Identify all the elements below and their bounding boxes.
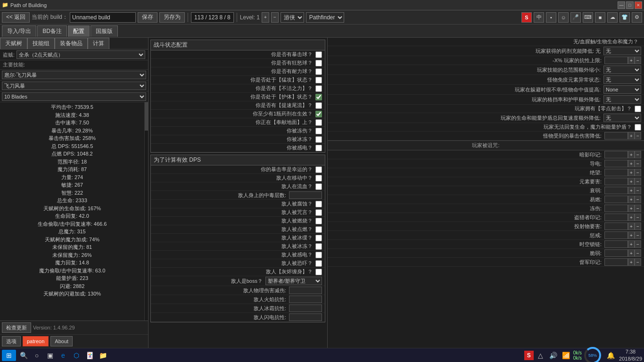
right-checkbox[interactable] [635,106,641,112]
taskbar-cortana[interactable]: ○ [31,350,42,361]
config-checkbox[interactable] [315,102,322,109]
debuff-input[interactable] [604,151,628,158]
icon7[interactable]: ☁ [607,12,618,23]
debuff-plus-btn[interactable]: + [628,196,635,203]
bd-backup-tab[interactable]: BD备注 [37,25,67,37]
taskbar-folder[interactable]: 📁 [97,350,108,361]
debuff-minus-btn[interactable]: − [635,151,641,158]
debuff-minus-btn[interactable]: − [635,178,641,185]
config-checkbox[interactable] [315,85,322,92]
debuff-plus-btn[interactable]: + [628,258,635,266]
save-as-button[interactable]: 另存为 [159,12,185,23]
icon2[interactable]: • [546,12,556,23]
config-checkbox[interactable] [315,201,322,207]
config-checkbox[interactable] [315,243,322,250]
minus-btn[interactable]: − [635,57,641,64]
debuff-plus-btn[interactable]: + [628,231,635,239]
about-button[interactable]: About [50,336,73,346]
config-checkbox[interactable] [315,269,322,275]
debuff-plus-btn[interactable]: + [628,178,635,185]
equipment-tab[interactable]: 装备物品 [55,38,88,49]
class-select[interactable]: 游侠 [281,12,304,23]
debuff-input[interactable] [604,196,628,203]
debuff-input[interactable] [604,231,628,239]
build-name-input[interactable] [70,12,136,23]
config-checkbox[interactable] [315,94,322,100]
debuff-minus-btn[interactable]: − [635,240,641,248]
debuff-plus-btn[interactable]: + [628,214,635,221]
debuff-minus-btn[interactable]: − [635,169,641,176]
config-checkbox[interactable] [315,218,322,224]
icon6[interactable]: ■ [595,12,605,23]
right-select[interactable]: 无 [603,75,641,84]
calculate-tab[interactable]: 计算 [88,38,109,49]
level-plus-btn[interactable]: + [262,12,269,23]
config-checkbox[interactable] [315,68,322,75]
taskbar-search[interactable]: 🔍 [18,350,29,361]
config-number-input[interactable] [289,314,328,320]
icon5[interactable]: ⌨ [583,12,593,23]
minimize-btn[interactable]: — [618,1,625,9]
tray-s[interactable]: S [524,351,534,360]
icon4[interactable]: 🎤 [570,12,581,23]
debuff-plus-btn[interactable]: + [628,169,635,176]
skill3-select[interactable]: 10 Blades [2,92,146,101]
config-checkbox[interactable] [315,260,322,267]
debuff-minus-btn[interactable]: − [635,231,641,239]
debuff-input[interactable] [604,187,628,194]
config-checkbox[interactable] [315,119,322,126]
taskbar-card[interactable]: 🃏 [84,350,95,361]
plus-btn[interactable]: + [628,132,635,140]
debuff-minus-btn[interactable]: − [635,249,641,257]
stats-scrollbar[interactable] [144,102,148,321]
debuff-plus-btn[interactable]: + [628,187,635,194]
tray-wifi[interactable]: 📶 [561,350,572,361]
check-update-button[interactable]: 检查更新 [2,322,31,333]
options-button[interactable]: 选项 [2,336,21,346]
taskbar-task-view[interactable]: ▣ [44,350,56,361]
config-checkbox[interactable] [315,183,322,190]
debuff-input[interactable] [604,240,628,248]
right-select[interactable]: 无 [603,114,641,122]
config-checkbox[interactable] [315,111,322,117]
talent-tree-tab[interactable]: 天赋树 [0,38,27,49]
skill2-select[interactable]: 飞刀风暴 [2,82,146,90]
level-minus-btn[interactable]: − [271,12,279,23]
s-icon[interactable]: S [521,12,532,23]
plus-btn[interactable]: + [628,57,635,64]
right-input[interactable] [604,57,628,64]
close-btn[interactable]: ✕ [635,1,642,9]
skill-group-tab[interactable]: 技能组 [27,38,55,49]
debuff-plus-btn[interactable]: + [628,222,635,230]
maximize-btn[interactable]: □ [626,1,634,9]
debuff-plus-btn[interactable]: + [628,151,635,158]
debuff-minus-btn[interactable]: − [635,196,641,203]
debuff-input[interactable] [604,249,628,257]
save-button[interactable]: 保存 [138,12,157,23]
config-number-input[interactable] [289,288,328,293]
debuff-minus-btn[interactable]: − [635,258,641,266]
config-tab[interactable]: 配置 [68,25,90,37]
subclass-select[interactable]: Pathfinder [306,12,344,23]
skill1-select[interactable]: 扈尔·飞刀风暴 [2,71,146,79]
debuff-input[interactable] [604,178,628,185]
right-select[interactable]: 无 [603,95,641,104]
taskbar-ie[interactable]: e [58,350,69,361]
config-checkbox[interactable] [315,77,322,83]
debuff-input[interactable] [604,169,628,176]
config-number-input[interactable] [289,192,328,198]
lang-icon[interactable]: 中 [534,12,544,23]
config-checkbox[interactable] [315,60,322,66]
tray-up[interactable]: △ [535,350,546,361]
start-button[interactable]: ⊞ [2,350,16,361]
config-checkbox[interactable] [315,166,322,173]
debuff-minus-btn[interactable]: − [635,205,641,212]
config-checkbox[interactable] [315,128,322,134]
cn-server-tab[interactable]: 国服版 [91,25,118,37]
right-select[interactable]: None [603,85,641,94]
debuff-minus-btn[interactable]: − [635,214,641,221]
config-checkbox[interactable] [315,235,322,241]
minus-btn[interactable]: − [635,132,641,140]
icon8[interactable]: 👕 [619,12,630,23]
right-checkbox[interactable] [635,124,641,131]
